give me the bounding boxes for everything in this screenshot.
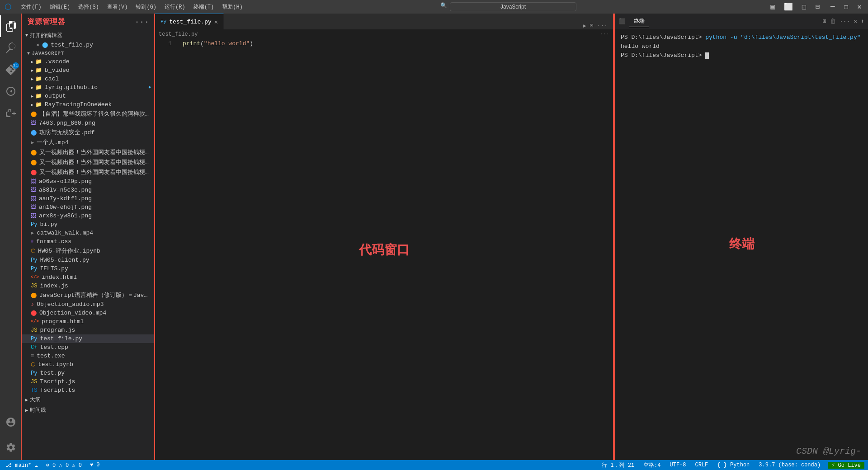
terminal-line-3: PS D:\files\JavaScript> — [621, 51, 863, 60]
file-catwalk[interactable]: ▶ catwalk_walk.mp4 — [22, 229, 155, 237]
activity-debug-icon[interactable] — [0, 80, 22, 102]
search-input[interactable] — [450, 2, 576, 11]
file-mp4-1[interactable]: ▶ 一个人.mp4 — [22, 137, 155, 147]
file-pdf-icon: ⬤ — [31, 129, 37, 136]
menu-goto[interactable]: 转到(G) — [132, 2, 160, 12]
encoding-status[interactable]: UTF-8 — [668, 462, 688, 468]
terminal-split-icon[interactable]: ⊞ — [823, 18, 826, 25]
tab-test-file-py[interactable]: Py test_file.py ✕ — [155, 14, 224, 29]
cursor-position-status[interactable]: 行 1，列 21 — [600, 461, 636, 469]
menu-view[interactable]: 查看(V) — [104, 2, 132, 12]
terminal-cursor — [705, 52, 709, 59]
file-hw05-ipynb[interactable]: ⬡ HW05-评分作业.ipynb — [22, 246, 155, 256]
file-program-js[interactable]: JS program.js — [22, 326, 155, 334]
outline-section[interactable]: ▶ 大纲 — [22, 395, 155, 405]
file-css-icon: # — [31, 239, 33, 244]
file-png-aau[interactable]: 🖼 aau7y-kdtfl.png — [22, 194, 155, 203]
folder-raytracing[interactable]: ▶ 📁 RayTracingInOneWeek — [22, 100, 155, 109]
file-js-book[interactable]: ⬤ JavaScript语言精粹（修订版）＝JavaScriptThe G... — [22, 290, 155, 300]
python-version-status[interactable]: 3.9.7 (base: conda) — [757, 462, 822, 468]
panel-tab-terminal[interactable]: 终端 — [629, 15, 649, 27]
panel-maximize-icon[interactable]: ⬆ — [861, 18, 864, 25]
file-test-cpp[interactable]: C+ test.cpp — [22, 343, 155, 352]
menu-file[interactable]: 文件(F) — [17, 2, 45, 12]
open-editors-section[interactable]: ▼ 打开的编辑器 — [22, 30, 155, 41]
timeline-section[interactable]: ▶ 时间线 — [22, 405, 155, 415]
file-ielts[interactable]: Py IELTS.py — [22, 264, 155, 273]
file-tscript-js[interactable]: JS Tscript.js — [22, 377, 155, 386]
terminal-content[interactable]: PS D:\files\JavaScript> python -u "d:\fi… — [615, 29, 868, 460]
activity-settings-icon[interactable] — [0, 437, 22, 458]
app-logo-icon: ⬡ — [5, 2, 12, 12]
menu-select[interactable]: 选择(S) — [75, 2, 103, 12]
activity-extensions-icon[interactable] — [0, 102, 22, 124]
file-tscript-ts[interactable]: TS Tscript.ts — [22, 386, 155, 395]
menu-terminal[interactable]: 终端(T) — [190, 2, 218, 12]
menu-edit[interactable]: 编辑(E) — [46, 2, 74, 12]
menu-help[interactable]: 帮助(H) — [218, 2, 246, 12]
activity-git-icon[interactable]: 11 — [0, 59, 22, 80]
file-hw05-client[interactable]: Py HW05-client.py — [22, 256, 155, 264]
file-png-arx8[interactable]: 🖼 arx8s-yw861.png — [22, 212, 155, 220]
timeline-label: 时间线 — [30, 406, 46, 414]
file-video-2[interactable]: ⬤ 又一视频出圈！当外国网友看中国捡钱梗视频，... — [22, 147, 155, 157]
more-button[interactable]: ··· — [597, 23, 608, 29]
file-test-py[interactable]: Py test.py — [22, 369, 155, 377]
git-branch-status[interactable]: ⎇ main* ☁ — [4, 462, 40, 469]
open-file-test-file-py[interactable]: ✕ ⬤ test_file.py — [22, 41, 155, 49]
file-objection-mp3[interactable]: ♪ Objection_audio.mp3 — [22, 300, 155, 309]
activity-files-icon[interactable] — [0, 15, 22, 37]
port-status[interactable]: ♥ 0 — [88, 462, 102, 468]
minimize-button[interactable]: ─ — [829, 3, 837, 11]
split-button[interactable]: ⊡ — [590, 22, 594, 29]
file-bi-py[interactable]: Py bi.py — [22, 220, 155, 229]
close-file-icon[interactable]: ✕ — [36, 42, 39, 48]
file-png-1[interactable]: 🖼 7463.png_860.png — [22, 119, 155, 127]
file-test-file-py[interactable]: Py test_file.py — [22, 334, 155, 343]
file-png-a06[interactable]: 🖼 a06ws-o120p.png — [22, 177, 155, 186]
file-video-3[interactable]: ⬤ 又一视频出圈！当外国网友看中国捡钱梗视频，... — [22, 157, 155, 167]
terminal-line-2: hello world — [621, 42, 863, 51]
file-video-1[interactable]: ⬤ 【自溜】那些我蹦坏了很久很久的阿样款_video.m... — [22, 109, 155, 119]
folder-bvideo[interactable]: ▶ 📁 b_video — [22, 66, 155, 75]
file-png-a88[interactable]: 🖼 a88lv-n5c3e.png — [22, 186, 155, 194]
layout-icon-4[interactable]: ⊟ — [815, 2, 820, 11]
sidebar-more-icon[interactable]: ··· — [135, 18, 149, 26]
activity-account-icon[interactable] — [0, 411, 22, 433]
terminal-trash-icon[interactable]: 🗑 — [830, 18, 836, 25]
indentation-status[interactable]: 空格:4 — [642, 461, 662, 469]
folder-cacl[interactable]: ▶ 📁 cacl — [22, 75, 155, 83]
editor-content[interactable]: 1 print("hello world") 代码窗口 — [155, 39, 613, 460]
activity-search-icon[interactable] — [0, 37, 22, 59]
panel-close-icon[interactable]: ✕ — [854, 18, 857, 25]
file-test-exe[interactable]: ≡ test.exe — [22, 352, 155, 360]
line-ending-status[interactable]: CRLF — [693, 462, 710, 468]
tab-close-icon[interactable]: ✕ — [214, 18, 218, 26]
file-video-4[interactable]: ⬤ 又一视频出圈！当外国网友看中国捡钱梗视频，... — [22, 167, 155, 177]
file-program-html[interactable]: </> program.html — [22, 317, 155, 326]
folder-output[interactable]: ▶ 📁 output — [22, 92, 155, 100]
folder-lyrig[interactable]: ▶ 📁 lyrig.github.io ● — [22, 83, 155, 92]
file-index-html[interactable]: </> index.html — [22, 273, 155, 282]
layout-icon-3[interactable]: ◱ — [802, 2, 807, 11]
go-live-status[interactable]: ⚡ Go Live — [828, 462, 864, 469]
close-button[interactable]: ✕ — [855, 2, 863, 11]
terminal-more-icon[interactable]: ··· — [840, 18, 850, 25]
layout-icon-1[interactable]: ▣ — [770, 2, 775, 11]
folder-vscode[interactable]: ▶ 📁 .vscode — [22, 57, 155, 66]
code-area[interactable]: print("hello world") — [175, 39, 613, 460]
layout-icon-2[interactable]: ⬜ — [784, 2, 793, 11]
file-format-css[interactable]: # format.css — [22, 237, 155, 246]
file-test-ipynb[interactable]: ⬡ test.ipynb — [22, 360, 155, 369]
errors-status[interactable]: ⊗ 0 △ 0 ⚠ 0 — [44, 462, 84, 469]
workspace-section[interactable]: ▼ JAVASCRIPT — [22, 49, 155, 57]
file-png-an10[interactable]: 🖼 an10w-ehojf.png — [22, 203, 155, 212]
language-mode-status[interactable]: { } Python — [715, 462, 751, 468]
restore-button[interactable]: ❐ — [842, 2, 850, 11]
file-index-js[interactable]: JS index.js — [22, 282, 155, 290]
run-button[interactable]: ▶ — [583, 22, 586, 29]
breadcrumb-file[interactable]: test_file.py — [159, 31, 198, 38]
menu-run[interactable]: 运行(R) — [161, 2, 189, 12]
file-pdf[interactable]: ⬤ 攻防与无线安全.pdf — [22, 127, 155, 137]
file-objection-mp4[interactable]: ⬤ Objection_video.mp4 — [22, 309, 155, 317]
